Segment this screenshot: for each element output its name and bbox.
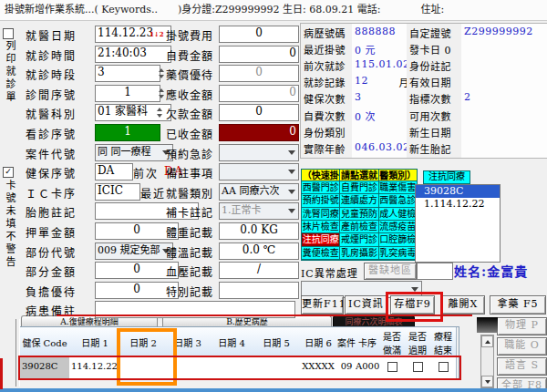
spinner-down-icon[interactable]: [159, 95, 164, 98]
copay-amount-label: 部分金額: [26, 263, 77, 279]
quick-type-cell-r2c2[interactable]: 成人健檢: [379, 208, 417, 221]
table-cell[interactable]: 39028C: [20, 357, 72, 379]
get-medicine-f5-button[interactable]: 拿藥 F5: [490, 295, 546, 315]
exit-button[interactable]: 離開X: [441, 295, 485, 315]
table-cell[interactable]: [166, 357, 211, 379]
quick-type-cell-r1c1[interactable]: 連續處方: [340, 194, 378, 207]
spinner-down-icon[interactable]: [159, 75, 164, 78]
room-seq-input[interactable]: 1: [95, 85, 160, 102]
visit-type-input[interactable]: AA 同療六次: [219, 183, 299, 201]
visit-date-label: 就醫日期: [26, 27, 77, 43]
case-code-input[interactable]: 同 同一療程: [95, 144, 173, 161]
dark-gradient-box: [477, 317, 498, 333]
table-cell[interactable]: [379, 357, 406, 379]
ic-info-button[interactable]: IC資訊: [345, 295, 387, 315]
table-cell[interactable]: [405, 357, 431, 379]
same-therapy-listbox[interactable]: 39028C1.114.12.22: [415, 184, 501, 263]
quick-type-cell-r3c1[interactable]: 產前檢查: [340, 221, 378, 233]
ic-abnormal-label: IC異常處理: [301, 265, 358, 280]
received-amount-input[interactable]: 0: [219, 124, 299, 141]
table-cell[interactable]: XXXXX: [299, 357, 338, 379]
registration-fee-input[interactable]: 0: [219, 26, 299, 43]
table-cell[interactable]: A000: [356, 357, 380, 379]
ic-abnormal-input[interactable]: [417, 263, 453, 280]
chevron-down-icon: [288, 190, 295, 194]
quick-type-cell-r5c1[interactable]: 乳房攝影: [340, 247, 378, 260]
weight-input[interactable]: 0.0 KG: [219, 222, 299, 240]
card-reissue-note-input[interactable]: 1.正常卡: [219, 202, 299, 220]
self-pay-amount-label: 自費金額: [166, 47, 213, 63]
drug-discount-label: 藥價優待: [166, 67, 213, 82]
row-checkbox[interactable]: [413, 362, 423, 372]
quick-type-cell-r2c1[interactable]: 兒童預防: [340, 208, 378, 221]
visit-type-label: 就醫類別: [166, 185, 213, 201]
quick-type-cell-r3c2[interactable]: 流感疫苗: [379, 221, 417, 233]
quick-type-cell-r2c0[interactable]: 洗腎同療: [302, 208, 340, 221]
nhi-seq-input[interactable]: DA: [95, 163, 133, 181]
copay-code-input[interactable]: 009 規定免部: [95, 242, 173, 260]
list-item[interactable]: 39028C: [416, 185, 500, 198]
update-f11-button[interactable]: 更新F11: [301, 295, 344, 315]
arrears-amount-input[interactable]: 0: [219, 104, 299, 121]
table-cell[interactable]: [120, 357, 167, 379]
registration-fee-label: 掛號費用: [166, 27, 213, 43]
print-slip-checkbox[interactable]: [3, 28, 14, 39]
remark-item-input[interactable]: [219, 163, 299, 181]
table-cell[interactable]: 114.12.22: [69, 357, 123, 379]
patient-remark-input[interactable]: [95, 301, 295, 318]
copay-code-label: 部份代號: [26, 244, 77, 260]
quick-type-cell-r5c2[interactable]: 乳突病毒: [379, 247, 417, 260]
appointment-er-input[interactable]: [219, 144, 299, 161]
quick-type-cell-r0c1[interactable]: 自費門診: [340, 181, 378, 194]
speech-therapy-button: 語言 S: [497, 357, 547, 376]
blood-pressure-input[interactable]: /: [219, 262, 299, 279]
quick-type-cell-r1c0[interactable]: 預約掛號: [302, 194, 340, 207]
department-input[interactable]: 01 家醫科: [95, 104, 171, 121]
special-note-input[interactable]: [219, 282, 299, 299]
quick-type-cell-r3c0[interactable]: 抹片檢查: [302, 221, 340, 233]
quick-type-cell-r0c0[interactable]: 西醫門診: [302, 181, 340, 194]
quick-type-cell-r5c0[interactable]: 糞便檢查: [302, 247, 340, 260]
spinner-up-icon[interactable]: [157, 108, 162, 111]
ic-card-seq-input[interactable]: ICIC: [95, 183, 140, 201]
table-header-cell: 健保 Code: [20, 327, 70, 358]
table-scrollbar[interactable]: [480, 335, 494, 388]
visit-order-input[interactable]: 1: [95, 124, 160, 141]
quick-type-cell-r1c2[interactable]: 西醫急診: [379, 194, 417, 207]
temperature-input[interactable]: 0.0 ℃: [219, 242, 299, 260]
special-note-label: 特別記載: [166, 284, 213, 299]
row-checkbox[interactable]: [387, 362, 397, 372]
quick-type-cell-r4c0[interactable]: 注抗同療: [302, 233, 340, 246]
scroll-up-icon[interactable]: [481, 335, 493, 347]
list-item[interactable]: 1.114.12.22: [416, 198, 500, 211]
visit-period-input[interactable]: 3: [95, 65, 160, 82]
table-header-cell: 日期 1: [69, 327, 121, 358]
visit-time-input[interactable]: 21:40:03: [95, 46, 171, 63]
table-cell[interactable]: [210, 357, 254, 379]
chevron-down-icon: [411, 287, 418, 292]
quick-type-cell-r4c2[interactable]: 口腔篩檢: [379, 233, 417, 246]
spinner-down-icon[interactable]: [157, 114, 162, 118]
table-cell[interactable]: [430, 357, 457, 379]
table-cell[interactable]: 09: [337, 357, 356, 379]
receivable-amount-input[interactable]: 0: [219, 85, 299, 102]
info-label: 新生胎記: [407, 139, 466, 159]
same-therapy-list-title: 注抗同療: [423, 170, 470, 184]
card-no-warning-checkbox[interactable]: ✓: [3, 167, 14, 178]
spinner-up-icon[interactable]: [159, 88, 164, 92]
table-cell[interactable]: [253, 357, 300, 379]
quick-type-cell-r0c2[interactable]: 職業傷害: [379, 181, 417, 194]
table-header-cell: 療程 結束: [430, 327, 457, 358]
table-header-cell: 日期 3: [166, 327, 211, 358]
row-checkbox[interactable]: [439, 362, 449, 372]
self-pay-amount-input[interactable]: 0: [219, 46, 299, 63]
date-picker-icon[interactable]: 1↓2: [150, 30, 164, 38]
drug-discount-input[interactable]: 0: [219, 65, 299, 82]
save-f9-button[interactable]: 存檔F9: [390, 295, 435, 315]
received-amount-label: 已收金額: [166, 126, 213, 141]
quick-type-cell-r4c1[interactable]: 戒煙門診: [340, 233, 378, 246]
occupational-therapy-button: 職能 O: [497, 337, 547, 356]
spinner-up-icon[interactable]: [159, 68, 164, 72]
scroll-down-icon[interactable]: [481, 376, 493, 387]
receivable-amount-label: 應收金額: [166, 87, 213, 102]
